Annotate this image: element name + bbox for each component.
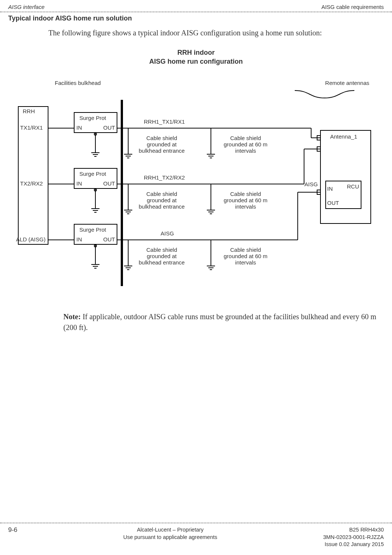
footer-right: B25 RRH4x30 3MN-02023-0001-RJZZA Issue 0… [323,526,384,548]
label-out-3: OUT [103,236,115,242]
label-tx1rx1: TX1/RX1 [20,124,43,131]
label-rcu: RCU [347,183,359,190]
note-body: If applicable, outdoor AISG cable runs m… [63,313,376,332]
label-out-1: OUT [103,124,115,131]
label-rcu-in: IN [327,185,333,192]
figure-title-line1: RRH indoor [177,49,215,56]
label-rrh1-tx2rx2: RRH1_TX2/RX2 [144,174,185,181]
header-right: AISG cable requirements [321,4,384,10]
label-rrh1-tx1rx1: RRH1_TX1/RX1 [144,118,185,125]
footer-rule [0,523,392,523]
figure-title: RRH indoor AISG home run configuration [0,48,392,66]
diagram: Facilities bulkhead Remote antennas RRH … [12,77,380,301]
label-shield-60m-2: Cable shield grounded at 60 m intervals [214,191,277,210]
label-shield-bulkhead-3: Cable shield grounded at bulkhead entran… [130,247,193,266]
label-antenna1: Antenna_1 [330,133,357,140]
intro-text: The following figure shows a typical ind… [0,25,392,38]
header-left: AISG interface [8,4,45,10]
label-surge-prot-2: Surge Prot [79,171,106,177]
page-header: AISG interface AISG cable requirements [0,0,392,12]
label-rrh: RRH [23,108,35,114]
label-shield-bulkhead-2: Cable shield grounded at bulkhead entran… [130,191,193,210]
note-bold: Note: [63,313,81,321]
label-shield-60m-1: Cable shield grounded at 60 m intervals [214,135,277,154]
label-in-3: IN [76,236,82,242]
label-surge-prot-3: Surge Prot [79,226,106,233]
label-rcu-out: OUT [327,200,339,206]
diagram-svg [12,77,380,301]
label-in-1: IN [76,124,82,131]
label-facilities-bulkhead: Facilities bulkhead [55,80,101,86]
label-aisg-side: AISG [304,181,318,187]
label-ald-aisg: ALD (AISG) [16,236,45,242]
label-in-2: IN [76,180,82,187]
page-footer: 9-6 Alcatel-Lucent – Proprietary Use pur… [0,523,392,548]
section-title: Typical indoor AISG home run solution [0,15,392,25]
label-shield-60m-3: Cable shield grounded at 60 m intervals [214,247,277,266]
label-surge-prot-1: Surge Prot [79,115,106,121]
note-text: Note: If applicable, outdoor AISG cable … [0,301,392,333]
figure-title-line2: AISG home run configuration [149,58,243,65]
page-number: 9-6 [8,526,18,548]
label-aisg-line: AISG [161,230,174,237]
footer-center: Alcatel-Lucent – Proprietary Use pursuan… [123,526,217,548]
svg-rect-56 [320,130,371,223]
top-rule [0,12,392,12]
label-tx2rx2: TX2/RX2 [20,180,43,187]
label-shield-bulkhead-1: Cable shield grounded at bulkhead entran… [130,135,193,154]
label-remote-antennas: Remote antennas [325,80,369,86]
label-out-2: OUT [103,180,115,187]
